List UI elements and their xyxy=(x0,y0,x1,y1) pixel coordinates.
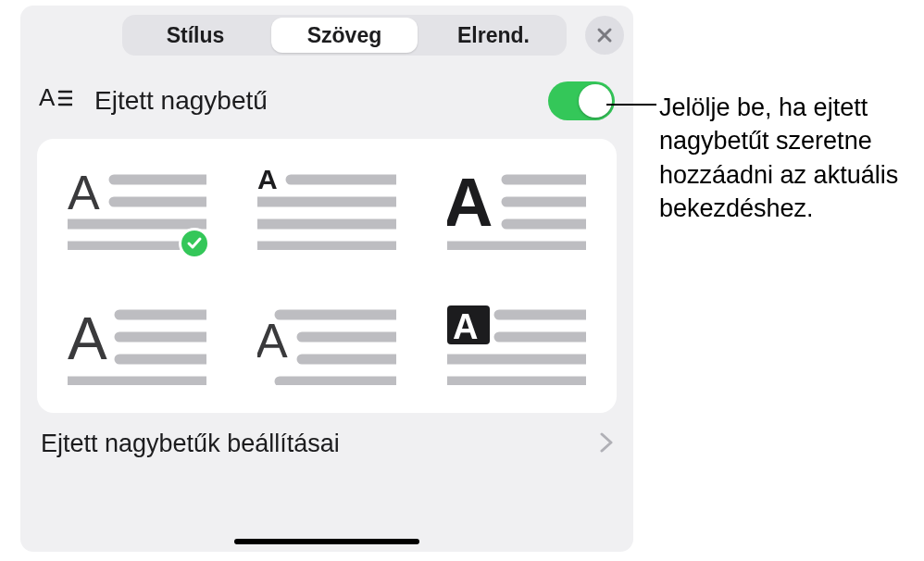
svg-text:A: A xyxy=(257,314,288,368)
dropcap-style-4[interactable]: A xyxy=(68,302,206,385)
close-icon xyxy=(596,27,613,44)
dropcap-settings-label: Ejtett nagybetűk beállításai xyxy=(41,430,600,458)
dropcap-toggle[interactable] xyxy=(548,81,615,120)
dropcap-icon: A xyxy=(39,85,72,117)
dropcap-styles-card: A A xyxy=(37,139,617,413)
svg-text:A: A xyxy=(257,167,278,194)
dropcap-style-2[interactable]: A xyxy=(257,167,396,250)
selected-check xyxy=(179,228,210,259)
svg-text:A: A xyxy=(68,305,107,372)
dropcap-style-5[interactable]: A xyxy=(257,302,396,385)
check-icon xyxy=(186,235,203,252)
dropcap-title: Ejtett nagybetű xyxy=(94,86,548,116)
callout-text: Jelölje be, ha ejtett nagybetűt szeretne… xyxy=(659,91,918,226)
toggle-knob xyxy=(579,84,612,118)
dropcap-style-3[interactable]: A xyxy=(447,167,586,250)
dropcap-style-1[interactable]: A xyxy=(68,167,206,250)
segmented-control: Stílus Szöveg Elrend. xyxy=(122,15,567,56)
dropcap-styles-grid: A A xyxy=(46,167,607,385)
dropcap-style-6[interactable]: A xyxy=(447,302,586,385)
tab-style[interactable]: Stílus xyxy=(122,15,268,56)
home-indicator xyxy=(234,539,419,544)
format-panel: Stílus Szöveg Elrend. A Ejtett nagybetű xyxy=(20,6,633,552)
dropcap-row: A Ejtett nagybetű xyxy=(20,65,633,130)
callout-leader-line xyxy=(606,104,656,106)
svg-text:A: A xyxy=(68,167,100,219)
svg-text:A: A xyxy=(39,85,56,111)
chevron-right-icon xyxy=(600,432,613,456)
tab-bar: Stílus Szöveg Elrend. xyxy=(20,6,633,65)
svg-text:A: A xyxy=(453,307,478,346)
close-button[interactable] xyxy=(585,16,624,55)
tab-layout[interactable]: Elrend. xyxy=(420,15,567,56)
tab-text[interactable]: Szöveg xyxy=(271,18,418,53)
dropcap-settings-row[interactable]: Ejtett nagybetűk beállításai xyxy=(41,430,613,458)
svg-text:A: A xyxy=(447,167,493,241)
